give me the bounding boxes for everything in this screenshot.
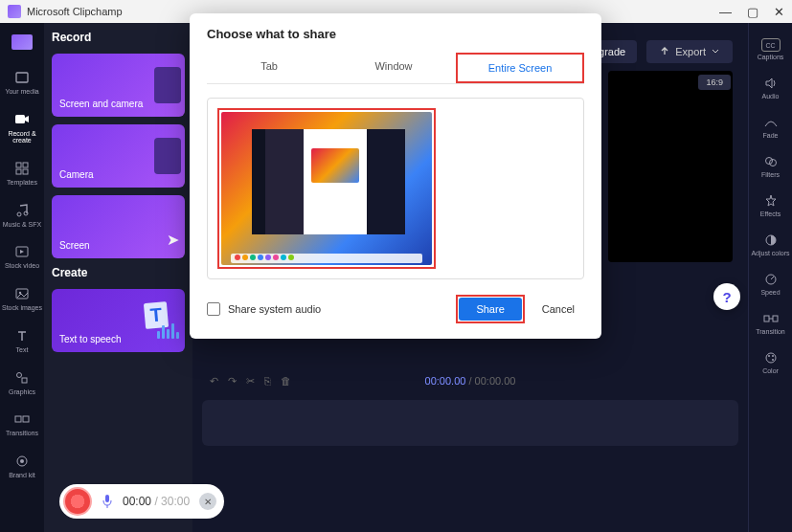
redo-icon[interactable]: ↷	[228, 375, 237, 388]
svg-point-23	[766, 353, 776, 363]
card-label: Screen and camera	[59, 99, 143, 109]
svg-rect-27	[105, 495, 109, 502]
screen-preview-container	[207, 98, 584, 279]
sidebar-item-effects[interactable]: Effects	[750, 188, 792, 223]
svg-rect-22	[773, 316, 778, 321]
trash-icon[interactable]: 🗑	[281, 375, 291, 387]
svg-rect-1	[15, 115, 25, 123]
timeline-track[interactable]	[202, 400, 738, 446]
card-camera[interactable]: Camera	[52, 124, 185, 188]
timeline-total: 00:00.00	[475, 375, 516, 387]
text-icon	[13, 327, 31, 344]
sidebar-item-filters[interactable]: Filters	[750, 148, 792, 184]
sidebar-label: Speed	[760, 289, 780, 296]
undo-icon[interactable]: ↶	[210, 375, 218, 388]
tab-entire-screen[interactable]: Entire Screen	[456, 53, 584, 83]
sidebar-item-graphics[interactable]: Graphics	[1, 364, 43, 402]
tab-window[interactable]: Window	[331, 53, 456, 83]
sidebar-label: Stock images	[2, 304, 42, 312]
cc-icon: CC	[761, 38, 781, 52]
svg-point-11	[17, 372, 22, 377]
speed-icon	[763, 272, 779, 287]
svg-rect-4	[16, 169, 21, 174]
aspect-ratio-badge[interactable]: 16:9	[698, 75, 731, 90]
sidebar-label: Your media	[5, 88, 38, 96]
sidebar-item-color[interactable]: Color	[750, 344, 792, 380]
close-button[interactable]: ✕	[774, 5, 784, 19]
video-icon	[13, 243, 31, 260]
help-button[interactable]: ?	[713, 283, 740, 310]
svg-rect-12	[22, 378, 27, 383]
svg-point-25	[772, 355, 774, 357]
svg-rect-13	[15, 416, 21, 422]
microphone-icon[interactable]	[102, 494, 113, 509]
sidebar-item-stock-video[interactable]: Stock video	[1, 237, 43, 276]
card-label: Text to speech	[59, 334, 121, 344]
close-record-button[interactable]: ✕	[199, 493, 216, 510]
sidebar-label: Transitions	[6, 430, 38, 437]
record-total: 30:00	[161, 495, 190, 508]
svg-rect-5	[23, 169, 28, 174]
minimize-button[interactable]: —	[719, 5, 732, 19]
sidebar-item-transitions[interactable]: Transitions	[1, 405, 43, 443]
sidebar-item-brand-kit[interactable]: Brand kit	[1, 447, 43, 485]
share-button[interactable]: Share	[459, 298, 521, 321]
svg-point-24	[768, 355, 770, 357]
clipchamp-logo-icon[interactable]	[11, 34, 33, 50]
brand-icon	[13, 453, 31, 470]
sidebar-label: Record & create	[1, 130, 43, 144]
svg-point-16	[20, 459, 24, 463]
sidebar-label: Brand kit	[9, 472, 35, 479]
tab-tab[interactable]: Tab	[207, 53, 331, 83]
sidebar-item-your-media[interactable]: Your media	[1, 63, 43, 101]
sidebar-item-stock-images[interactable]: Stock images	[1, 279, 43, 318]
card-text-to-speech[interactable]: Text to speech T	[52, 289, 185, 352]
sidebar-label: Graphics	[9, 388, 35, 396]
card-thumb-icon	[154, 138, 181, 174]
svg-point-18	[769, 160, 776, 166]
camera-icon	[13, 111, 31, 128]
card-thumb-icon	[154, 67, 181, 103]
sidebar-item-record-create[interactable]: Record & create	[1, 105, 43, 150]
svg-point-17	[765, 158, 772, 165]
cancel-button[interactable]: Cancel	[532, 298, 584, 321]
record-button[interactable]	[63, 487, 92, 516]
cursor-icon: ➤	[167, 231, 179, 249]
sidebar-item-adjust-colors[interactable]: Adjust colors	[750, 227, 792, 262]
maximize-button[interactable]: ▢	[747, 5, 758, 19]
sidebar-item-music-sfx[interactable]: Music & SFX	[1, 196, 43, 234]
record-create-panel: Record Screen and camera Camera Screen ➤…	[44, 23, 192, 532]
media-icon	[13, 69, 31, 86]
sidebar-item-text[interactable]: Text	[1, 321, 43, 360]
sidebar-item-templates[interactable]: Templates	[1, 154, 43, 192]
export-button[interactable]: Export	[646, 40, 733, 63]
sidebar-item-fade[interactable]: Fade	[750, 109, 792, 144]
color-icon	[763, 350, 779, 366]
sidebar-label: Stock video	[5, 262, 39, 270]
svg-point-26	[772, 359, 774, 361]
screen-preview-highlight[interactable]	[217, 108, 436, 269]
sidebar-label: Filters	[761, 171, 780, 178]
sidebar-item-captions[interactable]: CC Captions	[750, 33, 792, 66]
card-screen[interactable]: Screen ➤	[52, 195, 185, 258]
sidebar-item-speed[interactable]: Speed	[750, 266, 792, 301]
preview-window-icon	[252, 129, 405, 234]
split-icon[interactable]: ⎘	[264, 375, 271, 387]
window-controls: — ▢ ✕	[719, 5, 784, 19]
card-label: Screen	[59, 240, 90, 251]
timeline-toolbar: ↶ ↷ ✂ ⎘ 🗑 00:00.00 / 00:00.00	[202, 371, 738, 390]
card-screen-and-camera[interactable]: Screen and camera	[52, 54, 185, 117]
app-icon	[8, 5, 21, 18]
image-icon	[13, 285, 31, 302]
share-system-audio-checkbox[interactable]: Share system audio	[207, 302, 321, 316]
titlebar-left: Microsoft Clipchamp	[8, 5, 123, 18]
sidebar-item-transition[interactable]: Transition	[750, 305, 792, 341]
modal-buttons: Share Cancel	[456, 295, 584, 323]
scissors-icon[interactable]: ✂	[246, 375, 255, 388]
effects-icon	[763, 193, 779, 209]
card-label: Camera	[59, 169, 94, 180]
sidebar-label: Effects	[760, 211, 781, 217]
modal-footer: Share system audio Share Cancel	[207, 295, 584, 323]
sidebar-item-audio[interactable]: Audio	[750, 70, 792, 105]
video-preview[interactable]	[608, 71, 733, 262]
